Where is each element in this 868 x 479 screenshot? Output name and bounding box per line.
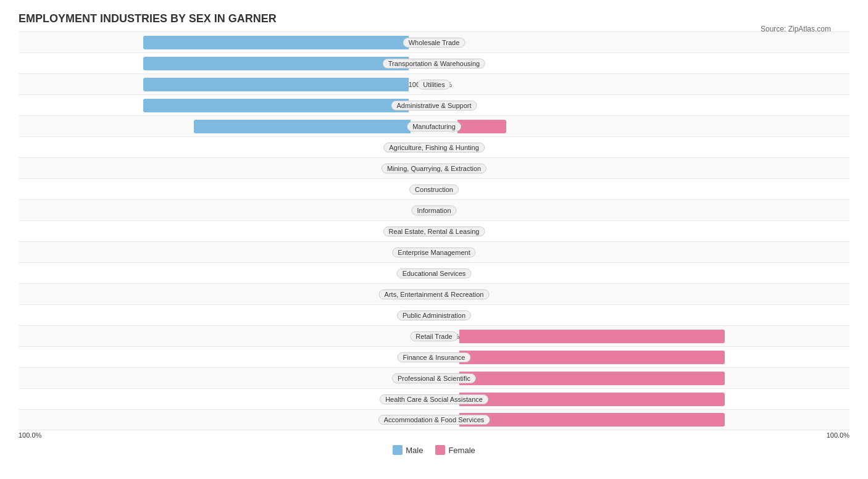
left-bar-area — [19, 225, 411, 238]
left-bar-area — [19, 372, 411, 385]
industry-label: Finance & Insurance — [398, 352, 471, 362]
right-bar-area — [459, 330, 849, 343]
left-section: 0.0% — [19, 200, 434, 220]
female-bar — [459, 413, 725, 427]
right-section: 0.0% — [434, 137, 849, 157]
right-section: 100.0% — [434, 326, 849, 346]
right-section: 0.0% — [434, 242, 849, 262]
right-bar-area — [457, 246, 849, 259]
male-bar — [194, 120, 411, 133]
right-bar-area — [457, 57, 849, 70]
bar-row: 0.0% Real Estate, Rental & Leasing 0.0% — [19, 220, 849, 241]
left-section: 0.0% — [19, 368, 434, 388]
left-section: 0.0% — [19, 347, 434, 367]
left-bar-area — [19, 120, 411, 133]
right-bar-area — [459, 372, 849, 385]
industry-label: Construction — [409, 185, 459, 194]
left-section: 0.0% — [19, 221, 434, 241]
industry-label: Real Estate, Rental & Leasing — [383, 227, 485, 236]
left-bar-area — [19, 351, 411, 364]
left-bar-area — [19, 309, 411, 322]
bottom-left-label: 100.0% — [19, 431, 41, 439]
chart-legend: Male Female — [19, 445, 849, 455]
right-bar-area — [459, 393, 849, 406]
industry-label: Information — [411, 206, 456, 215]
left-section: 0.0% — [19, 326, 434, 346]
bar-row: 100.0% Administrative & Support 0.0% — [19, 94, 849, 115]
left-section: 100.0% — [19, 53, 434, 73]
left-section: 0.0% — [19, 410, 434, 430]
left-section: 0.0% — [19, 305, 434, 325]
left-section: 0.0% — [19, 263, 434, 283]
right-section: 0.0% — [434, 200, 849, 220]
right-bar-area — [457, 162, 849, 175]
male-legend-label: Male — [406, 446, 423, 455]
bar-row: 100.0% Utilities 0.0% — [19, 73, 849, 94]
industry-label: Educational Services — [397, 269, 472, 278]
right-section: 0.0% — [434, 179, 849, 199]
industry-label: Professional & Scientific — [392, 373, 476, 383]
industry-label: Enterprise Management — [392, 248, 475, 257]
left-bar-area — [19, 78, 409, 91]
left-bar-area — [19, 413, 411, 427]
bar-row: 0.0% Mining, Quarrying, & Extraction 0.0… — [19, 157, 849, 178]
industry-label: Retail Trade — [410, 331, 457, 341]
bar-row: 100.0% Transportation & Warehousing 0.0% — [19, 52, 849, 73]
right-bar-area — [457, 225, 849, 238]
right-bar-area — [459, 351, 849, 364]
industry-label: Health Care & Social Assistance — [380, 394, 488, 404]
right-section: 100.0% — [434, 368, 849, 388]
left-section: 0.0% — [19, 242, 434, 262]
left-section: 0.0% — [19, 284, 434, 304]
bar-row: 0.0% Public Administration 0.0% — [19, 304, 849, 325]
male-bar — [143, 57, 409, 70]
female-bar — [459, 372, 725, 385]
left-bar-area — [19, 288, 411, 301]
left-section: 100.0% — [19, 95, 434, 115]
bar-row: 0.0% Retail Trade 100.0% — [19, 325, 849, 346]
male-bar — [143, 36, 409, 49]
right-bar-area — [457, 120, 849, 133]
left-section: 0.0% — [19, 137, 434, 157]
bar-row: 0.0% Accommodation & Food Services 100.0… — [19, 409, 849, 430]
right-bar-area — [457, 267, 849, 280]
left-bar-area — [19, 141, 411, 154]
left-section: 0.0% — [19, 158, 434, 178]
bar-row: 0.0% Information 0.0% — [19, 199, 849, 220]
left-bar-area — [19, 36, 409, 49]
left-bar-area — [19, 246, 411, 259]
right-section: 100.0% — [434, 410, 849, 430]
industry-label: Utilities — [417, 80, 450, 90]
industry-label: Administrative & Support — [391, 101, 477, 110]
male-bar — [143, 99, 409, 112]
bar-row: 0.0% Professional & Scientific 100.0% — [19, 367, 849, 388]
right-section: 0.0% — [434, 53, 849, 73]
left-bar-area — [19, 393, 411, 406]
right-section: 18.4% — [434, 116, 849, 136]
bar-row: 0.0% Enterprise Management 0.0% — [19, 241, 849, 262]
left-bar-area — [19, 162, 411, 175]
chart-container: 100.0% Wholesale Trade 0.0% 100.0% Trans… — [19, 31, 849, 455]
left-bar-area — [19, 57, 409, 70]
right-section: 100.0% — [434, 347, 849, 367]
right-bar-area — [457, 288, 849, 301]
right-section: 0.0% — [434, 305, 849, 325]
male-bar — [143, 78, 409, 91]
industry-label: Accommodation & Food Services — [378, 415, 490, 425]
bar-row: 100.0% Wholesale Trade 0.0% — [19, 31, 849, 52]
right-bar-area — [457, 183, 849, 196]
left-section: 0.0% — [19, 179, 434, 199]
right-bar-area — [457, 78, 849, 91]
bar-row: 0.0% Construction 0.0% — [19, 178, 849, 199]
bar-row: 0.0% Arts, Entertainment & Recreation 0.… — [19, 283, 849, 304]
left-bar-area — [19, 183, 411, 196]
right-bar-area — [457, 99, 849, 112]
source-label: Source: ZipAtlas.com — [761, 25, 831, 33]
left-bar-area — [19, 330, 411, 343]
industry-label: Arts, Entertainment & Recreation — [379, 289, 490, 299]
bar-row: 0.0% Health Care & Social Assistance 100… — [19, 388, 849, 409]
bottom-right-label: 100.0% — [827, 431, 849, 439]
female-legend-label: Female — [448, 446, 475, 455]
left-section: 81.6% — [19, 116, 434, 136]
left-bar-area — [19, 267, 411, 280]
